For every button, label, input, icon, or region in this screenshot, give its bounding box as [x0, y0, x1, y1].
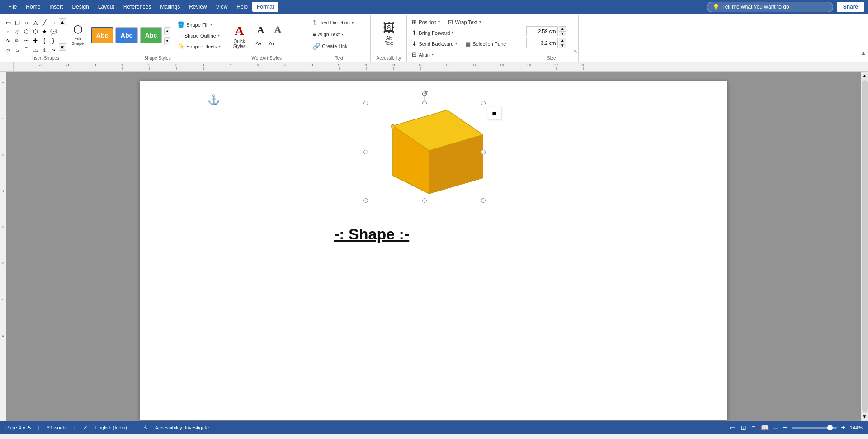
menu-help[interactable]: Help [232, 2, 252, 12]
handle-tl[interactable] [363, 101, 368, 105]
shape-icon-callout[interactable]: 💬 [49, 27, 58, 36]
right-scrollbar[interactable]: ▲ ▼ [861, 72, 868, 421]
selection-pane-button[interactable]: ▤ Selection Pane [462, 38, 509, 49]
handle-tr[interactable] [481, 101, 486, 105]
shape-icon-right-angle[interactable]: ⌐ [4, 27, 13, 36]
shape-effects-button[interactable]: ✨ Shape Effects ▾ [174, 41, 224, 52]
menu-references[interactable]: References [119, 2, 156, 12]
zoom-in-btn[interactable]: + [840, 423, 846, 433]
style-preview-1[interactable]: Abc [91, 27, 113, 43]
menu-view[interactable]: View [212, 2, 232, 12]
style-preview-2[interactable]: Abc [115, 27, 138, 43]
shape-icon-misc[interactable]: ∾ [49, 45, 58, 54]
text-fill-button[interactable]: A [252, 22, 269, 38]
align-button[interactable]: ⊟ Align ▾ [409, 49, 436, 60]
tell-me-box[interactable]: 💡 Tell me what you want to do [707, 2, 833, 12]
scroll-down-arrow[interactable]: ▼ [863, 414, 867, 419]
height-decrement[interactable]: ▼ [559, 31, 566, 36]
height-increment[interactable]: ▲ [559, 26, 566, 31]
shape-icon-arrow[interactable]: → [49, 18, 58, 27]
handle-tm[interactable] [422, 101, 427, 105]
handle-bm[interactable] [422, 198, 427, 203]
bring-forward-button[interactable]: ⬆ Bring Forward ▾ [409, 28, 457, 38]
width-increment[interactable]: ▲ [559, 38, 566, 43]
handle-mr[interactable] [481, 150, 486, 154]
height-input[interactable]: 2.59 cm [526, 26, 558, 36]
shape-icon-line[interactable]: ╱ [40, 18, 49, 27]
shape-icon-brace[interactable]: } [49, 36, 58, 45]
shape-icon-trapezoid[interactable]: ⏢ [13, 45, 22, 54]
quick-styles-button[interactable]: A QuickStyles [228, 19, 250, 51]
shapes-scroll-up[interactable]: ▲ [59, 18, 66, 25]
menu-home[interactable]: Home [21, 2, 45, 12]
language[interactable]: English (India) [95, 425, 127, 430]
shape-icon-parallelogram[interactable]: ▱ [4, 45, 13, 54]
align-text-button[interactable]: ≡ Align Text ▾ [309, 29, 346, 40]
view-read-icon[interactable]: 📖 [760, 423, 769, 432]
style-scroll-up[interactable]: ▲ [164, 27, 170, 35]
shape-icon-freeform[interactable]: ✏ [13, 36, 22, 45]
shape-icon-star[interactable]: ★ [40, 27, 49, 36]
zoom-slider[interactable] [792, 427, 837, 429]
style-preview-3[interactable]: Abc [140, 27, 162, 43]
menu-mailings[interactable]: Mailings [156, 2, 184, 12]
status-bar-right: ▭ ⊡ ≡ 📖 — − + 144% [729, 423, 863, 433]
create-link-button[interactable]: 🔗 Create Link [309, 41, 350, 52]
wrap-text-button[interactable]: ⊡ Wrap Text ▾ [445, 17, 484, 27]
zoom-out-btn[interactable]: − [782, 423, 788, 433]
menu-review[interactable]: Review [184, 2, 211, 12]
alt-text-button[interactable]: 🖼 AltText [379, 16, 398, 48]
shape-icon-circle[interactable]: ○ [22, 18, 31, 27]
shape-outline-button[interactable]: ▭ Shape Outline ▾ [174, 30, 224, 41]
shape-icon-bracket[interactable]: { [40, 36, 49, 45]
alt-text-indicator[interactable]: ≣ [487, 107, 501, 119]
shape-icon-hexagon[interactable]: ⬡ [31, 27, 40, 36]
proofing-icon[interactable]: ✓ [83, 424, 88, 431]
text-direction-button[interactable]: ⇅ Text Direction ▾ [309, 17, 357, 28]
handle-yellow[interactable] [391, 124, 395, 129]
shape-icon-funnel[interactable]: ⌽ [40, 45, 49, 54]
position-button[interactable]: ⊞ Position ▾ [409, 17, 443, 27]
menu-file[interactable]: File [4, 2, 21, 12]
shape-icon-rect[interactable]: ▭ [4, 18, 13, 27]
zoom-level[interactable]: 144% [850, 425, 863, 430]
shape-icon-wave[interactable]: 〜 [22, 36, 31, 45]
menu-format[interactable]: Format [252, 2, 278, 12]
shape-icon-curve[interactable]: ∿ [4, 36, 13, 45]
text-fill-dd-button[interactable]: A▾ [252, 39, 264, 48]
accessibility-status[interactable]: Accessibility: Investigate [155, 425, 209, 430]
view-web-icon[interactable]: ⊡ [740, 423, 747, 432]
edit-shape-btn[interactable]: ⬡ EditShape [69, 16, 87, 48]
shape-icon-chord[interactable]: ⌓ [31, 45, 40, 54]
menu-design[interactable]: Design [67, 2, 93, 12]
shape-icon-arc[interactable]: ⌒ [22, 45, 31, 54]
page-scroll-area[interactable]: ⚓ ↺ [6, 72, 861, 421]
size-expand-button[interactable]: ⤡ [574, 49, 577, 54]
width-decrement[interactable]: ▼ [559, 43, 566, 48]
shapes-scroll-down[interactable]: ▼ [59, 43, 66, 51]
width-input[interactable]: 3.2 cm [526, 38, 558, 48]
view-normal-icon[interactable]: ▭ [729, 423, 736, 432]
shape-icon-diamond[interactable]: ◇ [13, 27, 22, 36]
menu-insert[interactable]: Insert [45, 2, 67, 12]
rotate-handle[interactable]: ↺ [420, 90, 429, 99]
text-outline-dd-button[interactable]: A▾ [266, 39, 278, 48]
menu-layout[interactable]: Layout [94, 2, 119, 12]
handle-bl[interactable] [363, 198, 368, 203]
handle-ml[interactable] [363, 150, 368, 154]
shape-icon-triangle[interactable]: △ [31, 18, 40, 27]
shape-icon-pentagon[interactable]: ⬠ [22, 27, 31, 36]
style-scroll-down[interactable]: ▼ [164, 37, 170, 45]
view-outline-icon[interactable]: ≡ [751, 423, 756, 432]
handle-br[interactable] [481, 198, 486, 203]
scroll-up-arrow[interactable]: ▲ [863, 73, 867, 78]
shape-icon-cross[interactable]: ✚ [31, 36, 40, 45]
selected-shape-wrapper[interactable]: ↺ [366, 103, 483, 200]
shape-icon-rounded-rect[interactable]: ▢ [13, 18, 22, 27]
text-outline-button[interactable]: A [269, 22, 286, 38]
ribbon-collapse-button[interactable]: ▲ [861, 50, 866, 56]
share-button[interactable]: Share [837, 2, 864, 12]
send-backward-button[interactable]: ⬇ Send Backward ▾ [409, 38, 460, 49]
scroll-thumb[interactable] [862, 80, 868, 412]
shape-fill-button[interactable]: 🪣 Shape Fill ▾ [174, 19, 224, 30]
